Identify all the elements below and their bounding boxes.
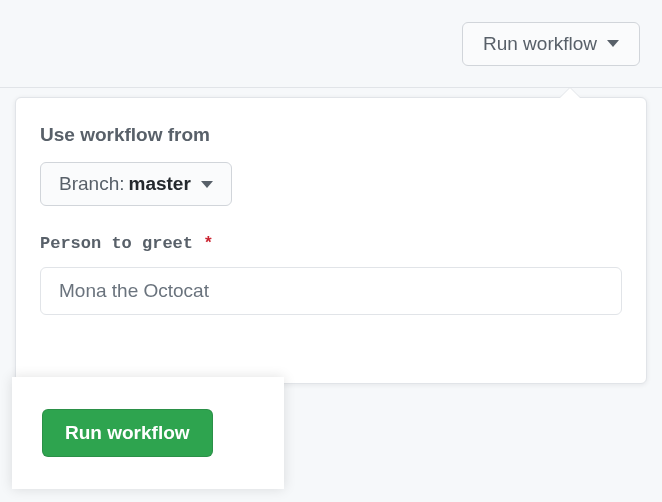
person-to-greet-input[interactable]	[40, 267, 622, 315]
branch-prefix: Branch:	[59, 173, 124, 195]
input-field-label: Person to greet *	[40, 234, 622, 253]
submit-highlight: Run workflow	[12, 377, 284, 489]
input-label-text: Person to greet	[40, 234, 193, 253]
caret-down-icon	[607, 40, 619, 47]
run-workflow-trigger-label: Run workflow	[483, 33, 597, 55]
branch-selector-button[interactable]: Branch: master	[40, 162, 232, 206]
workflow-dispatch-popover: Use workflow from Branch: master Person …	[15, 97, 647, 384]
required-asterisk: *	[203, 234, 213, 253]
caret-down-icon	[201, 181, 213, 188]
run-workflow-submit-button[interactable]: Run workflow	[42, 409, 213, 457]
top-bar: Run workflow	[0, 0, 662, 88]
branch-name: master	[128, 173, 190, 195]
run-workflow-trigger-button[interactable]: Run workflow	[462, 22, 640, 66]
branch-section-label: Use workflow from	[40, 124, 622, 146]
